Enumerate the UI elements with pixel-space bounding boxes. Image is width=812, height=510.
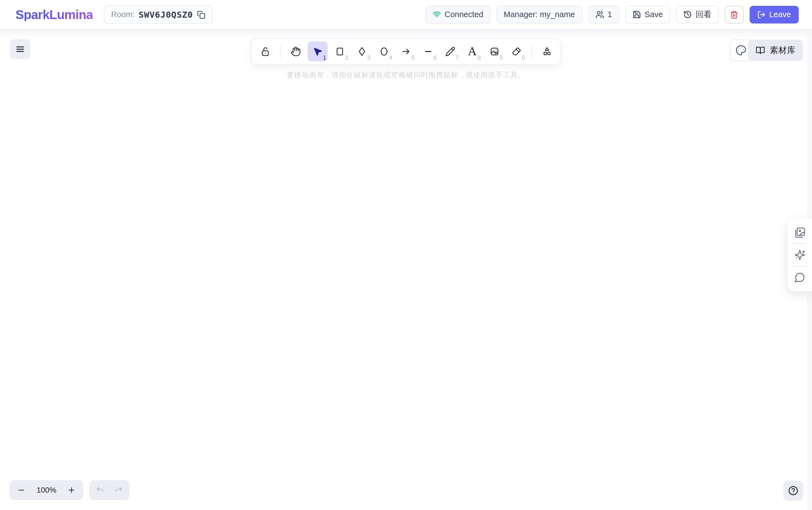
- undo-redo-controls: [89, 480, 129, 500]
- zoom-level: 100%: [36, 486, 56, 494]
- line-icon: [423, 47, 433, 57]
- plus-icon: [67, 486, 76, 494]
- header-actions: Connected Manager: my_name 1 Save 回看 Lea…: [425, 6, 799, 24]
- wifi-icon: [433, 10, 441, 19]
- room-badge: Room: SWV6J0QSZ0: [104, 5, 213, 24]
- panel-divider: [793, 244, 806, 244]
- text-tool-icon: A: [468, 45, 477, 57]
- users-icon: [596, 10, 604, 19]
- panel-divider: [793, 266, 806, 266]
- image-icon: [489, 47, 500, 57]
- history-icon: [683, 10, 692, 19]
- top-bar: SparkLumina Room: SWV6J0QSZ0 Connected M…: [0, 0, 812, 30]
- tool-draw[interactable]: 7: [440, 41, 460, 61]
- room-label: Room:: [111, 10, 135, 19]
- diamond-icon: [357, 47, 367, 57]
- trash-icon: [730, 10, 738, 19]
- eraser-icon: [512, 47, 522, 57]
- question-mark-icon: [788, 485, 799, 496]
- canvas-pan-hint: 要移动画布，请按住鼠标滚轮或空格键同时拖拽鼠标，或使用抓手工具。: [0, 70, 812, 80]
- arrow-right-icon: [401, 47, 411, 57]
- tool-line[interactable]: 6: [418, 41, 438, 61]
- participants-badge: 1: [588, 6, 619, 24]
- manager-label: Manager: my_name: [504, 10, 575, 19]
- connection-status-badge: Connected: [425, 6, 491, 24]
- tool-select[interactable]: 1: [308, 41, 327, 61]
- pencil-icon: [445, 47, 456, 57]
- material-library-button[interactable]: 素材库: [748, 39, 803, 61]
- zoom-in-button[interactable]: [66, 485, 77, 495]
- undo-button[interactable]: [95, 486, 105, 494]
- tool-text[interactable]: A 8: [462, 41, 482, 61]
- room-code: SWV6J0QSZ0: [139, 10, 193, 20]
- replay-button[interactable]: 回看: [676, 6, 719, 24]
- manager-badge: Manager: my_name: [497, 6, 582, 24]
- hamburger-menu-icon: [15, 44, 25, 54]
- clear-board-button[interactable]: [725, 6, 744, 24]
- undo-icon: [95, 486, 105, 494]
- zoom-out-button[interactable]: [16, 485, 26, 495]
- material-library-label: 素材库: [770, 45, 795, 56]
- chat-button[interactable]: [794, 271, 806, 283]
- cursor-icon: [313, 47, 323, 57]
- connection-status-label: Connected: [445, 10, 483, 19]
- replay-label: 回看: [695, 9, 712, 20]
- save-label: Save: [645, 10, 663, 19]
- redo-icon: [114, 486, 123, 494]
- tool-more-shapes[interactable]: [537, 41, 557, 61]
- shapes-icon: [542, 47, 552, 57]
- main-menu-button[interactable]: [10, 39, 30, 59]
- ellipse-icon: [379, 47, 389, 57]
- rectangle-icon: [335, 47, 345, 57]
- right-tools-panel: [788, 219, 812, 291]
- toolbar-divider: [531, 45, 532, 58]
- help-button[interactable]: [783, 481, 803, 501]
- logout-icon: [757, 10, 765, 19]
- app-logo: SparkLumina: [16, 8, 93, 21]
- participants-count: 1: [608, 10, 612, 19]
- palette-icon: [735, 45, 747, 56]
- header-shadow: [0, 30, 812, 38]
- book-open-icon: [756, 46, 765, 55]
- tool-rectangle[interactable]: 2: [330, 41, 350, 61]
- tool-arrow[interactable]: 5: [396, 41, 416, 61]
- tool-eraser[interactable]: 0: [506, 41, 526, 61]
- ai-assistant-button[interactable]: [794, 249, 806, 261]
- gallery-button[interactable]: [794, 227, 806, 239]
- hand-icon: [291, 47, 301, 57]
- save-button[interactable]: Save: [625, 6, 670, 24]
- tool-ellipse[interactable]: 4: [374, 41, 394, 61]
- tool-lock[interactable]: [255, 41, 275, 61]
- chat-bubble-icon: [794, 272, 805, 283]
- toolbar-divider: [280, 45, 281, 58]
- copy-icon: [197, 10, 205, 19]
- leave-button[interactable]: Leave: [750, 6, 799, 24]
- sparkles-icon: [794, 250, 805, 260]
- tool-hand[interactable]: [286, 41, 306, 61]
- tool-diamond[interactable]: 3: [352, 41, 372, 61]
- lock-open-icon: [260, 47, 270, 57]
- minus-icon: [17, 486, 25, 494]
- drawing-toolbar: 1 2 3 4 5 6 7 A 8 9 0: [251, 38, 561, 65]
- leave-label: Leave: [769, 10, 791, 19]
- zoom-controls: 100%: [10, 480, 83, 500]
- save-icon: [633, 10, 641, 19]
- redo-button[interactable]: [114, 486, 123, 494]
- copy-room-code-button[interactable]: [197, 10, 205, 19]
- images-icon: [794, 227, 805, 238]
- tool-image[interactable]: 9: [485, 41, 504, 61]
